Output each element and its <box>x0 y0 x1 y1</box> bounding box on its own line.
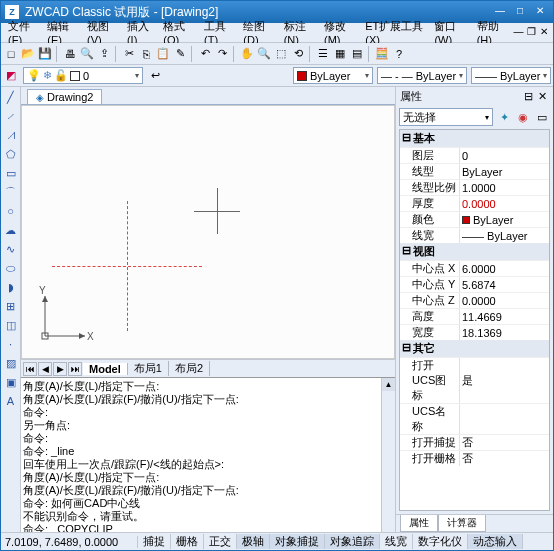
status-ortho[interactable]: 正交 <box>204 534 237 549</box>
doc-restore-button[interactable]: ❐ <box>525 26 538 40</box>
property-value[interactable]: 否 <box>460 435 549 450</box>
linetype-combo[interactable]: — - — ByLayer ▾ <box>377 67 467 84</box>
collapse-icon[interactable]: ⊟ <box>402 131 413 146</box>
layer-combo[interactable]: 💡 ❄ 🔓 0 ▾ <box>23 67 143 84</box>
status-otrack[interactable]: 对象追踪 <box>325 534 380 549</box>
zoom-prev-icon[interactable]: ⟲ <box>290 46 306 62</box>
color-combo[interactable]: ByLayer ▾ <box>293 67 373 84</box>
doc-close-button[interactable]: ✕ <box>538 26 551 40</box>
pline-icon[interactable]: ⩘ <box>3 127 19 143</box>
property-value[interactable]: 11.4669 <box>460 309 549 324</box>
region-icon[interactable]: ▣ <box>3 374 19 390</box>
property-value[interactable]: 0 <box>460 148 549 163</box>
revcloud-icon[interactable]: ☁ <box>3 222 19 238</box>
property-row[interactable]: 厚度0.0000 <box>400 195 549 211</box>
xline-icon[interactable]: ⟋ <box>3 108 19 124</box>
property-category[interactable]: ⊟基本 <box>400 130 549 147</box>
property-value[interactable]: ByLayer <box>460 212 549 227</box>
property-value[interactable]: 是 <box>460 358 549 403</box>
status-snap[interactable]: 捕捉 <box>138 534 171 549</box>
property-value[interactable] <box>460 404 549 434</box>
preview-icon[interactable]: 🔍 <box>79 46 95 62</box>
status-osnap[interactable]: 对象捕捉 <box>270 534 325 549</box>
status-digitizer[interactable]: 数字化仪 <box>413 534 468 549</box>
calc-icon[interactable]: 🧮 <box>374 46 390 62</box>
polygon-icon[interactable]: ⬠ <box>3 146 19 162</box>
ellipse-icon[interactable]: ⬭ <box>3 260 19 276</box>
ellipsearc-icon[interactable]: ◗ <box>3 279 19 295</box>
property-value[interactable]: ByLayer <box>460 164 549 179</box>
command-scrollbar[interactable]: ▲ <box>381 378 395 532</box>
match-icon[interactable]: ✎ <box>172 46 188 62</box>
print-icon[interactable]: 🖶 <box>62 46 78 62</box>
publish-icon[interactable]: ⇪ <box>96 46 112 62</box>
point-icon[interactable]: · <box>3 336 19 352</box>
tab-model[interactable]: Model <box>83 363 128 375</box>
property-value[interactable]: 0.0000 <box>460 293 549 308</box>
property-value[interactable]: 6.0000 <box>460 261 549 276</box>
palette-autohide-button[interactable]: ⊟ <box>521 90 535 103</box>
property-row[interactable]: 线宽—— ByLayer <box>400 227 549 243</box>
tab-prev-button[interactable]: ◀ <box>38 362 52 376</box>
property-value[interactable]: 18.1369 <box>460 325 549 340</box>
selectobj-icon[interactable]: ▭ <box>534 109 550 125</box>
collapse-icon[interactable]: ⊟ <box>402 341 413 356</box>
property-row[interactable]: 中心点 X6.0000 <box>400 260 549 276</box>
property-row[interactable]: 打开栅格否 <box>400 450 549 466</box>
tab-last-button[interactable]: ⏭ <box>68 362 82 376</box>
property-row[interactable]: 中心点 Y5.6874 <box>400 276 549 292</box>
zoom-win-icon[interactable]: ⬚ <box>273 46 289 62</box>
command-window[interactable]: 角度(A)/长度(L)/指定下一点:角度(A)/长度(L)/跟踪(F)/撤消(U… <box>21 377 395 532</box>
help-icon[interactable]: ? <box>391 46 407 62</box>
quickselect-icon[interactable]: ✦ <box>496 109 512 125</box>
undo-icon[interactable]: ↶ <box>197 46 213 62</box>
insert-icon[interactable]: ⊞ <box>3 298 19 314</box>
property-value[interactable]: 1.0000 <box>460 180 549 195</box>
tab-properties[interactable]: 属性 <box>400 515 438 532</box>
hatch-icon[interactable]: ▨ <box>3 355 19 371</box>
property-grid[interactable]: ⊟基本图层0线型ByLayer线型比例1.0000厚度0.0000颜色ByLay… <box>399 129 550 511</box>
property-row[interactable]: UCS名称 <box>400 403 549 434</box>
open-icon[interactable]: 📂 <box>20 46 36 62</box>
doc-minimize-button[interactable]: — <box>512 26 525 40</box>
scroll-up-icon[interactable]: ▲ <box>382 378 395 391</box>
tab-calculator[interactable]: 计算器 <box>438 515 486 532</box>
tab-layout2[interactable]: 布局2 <box>169 361 210 376</box>
property-row[interactable]: 高度11.4669 <box>400 308 549 324</box>
layers-button[interactable]: ◩ <box>3 68 19 84</box>
property-value[interactable]: 5.6874 <box>460 277 549 292</box>
property-row[interactable]: 颜色ByLayer <box>400 211 549 227</box>
selection-combo[interactable]: 无选择 ▾ <box>399 108 493 126</box>
status-dyn[interactable]: 动态输入 <box>468 534 523 549</box>
property-category[interactable]: ⊟视图 <box>400 243 549 260</box>
property-row[interactable]: 打开UCS图标是 <box>400 357 549 403</box>
rectangle-icon[interactable]: ▭ <box>3 165 19 181</box>
property-row[interactable]: 线型比例1.0000 <box>400 179 549 195</box>
property-row[interactable]: 中心点 Z0.0000 <box>400 292 549 308</box>
collapse-icon[interactable]: ⊟ <box>402 244 413 259</box>
tab-next-button[interactable]: ▶ <box>53 362 67 376</box>
line-icon[interactable]: ╱ <box>3 89 19 105</box>
lineweight-combo[interactable]: —— ByLayer ▾ <box>471 67 551 84</box>
property-row[interactable]: 图层0 <box>400 147 549 163</box>
property-value[interactable]: 0.0000 <box>460 196 549 211</box>
copy-icon[interactable]: ⎘ <box>138 46 154 62</box>
property-value[interactable]: 否 <box>460 451 549 466</box>
circle-icon[interactable]: ○ <box>3 203 19 219</box>
status-grid[interactable]: 栅格 <box>171 534 204 549</box>
maximize-button[interactable]: □ <box>511 5 529 19</box>
property-row[interactable]: 打开捕捉否 <box>400 434 549 450</box>
designcenter-icon[interactable]: ▦ <box>332 46 348 62</box>
tab-layout1[interactable]: 布局1 <box>128 361 169 376</box>
property-value[interactable]: —— ByLayer <box>460 228 549 243</box>
property-row[interactable]: 线型ByLayer <box>400 163 549 179</box>
pickadd-icon[interactable]: ◉ <box>515 109 531 125</box>
text-icon[interactable]: A <box>3 393 19 409</box>
spline-icon[interactable]: ∿ <box>3 241 19 257</box>
pan-icon[interactable]: ✋ <box>239 46 255 62</box>
status-lwt[interactable]: 线宽 <box>380 534 413 549</box>
new-icon[interactable]: □ <box>3 46 19 62</box>
toolpalettes-icon[interactable]: ▤ <box>349 46 365 62</box>
property-category[interactable]: ⊟其它 <box>400 340 549 357</box>
block-icon[interactable]: ◫ <box>3 317 19 333</box>
